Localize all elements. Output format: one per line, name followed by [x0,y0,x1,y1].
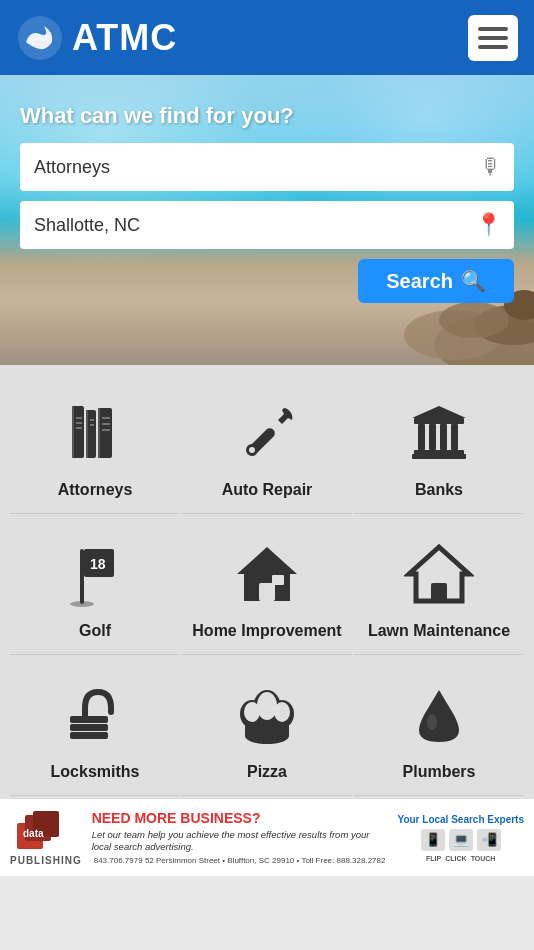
flip-label: FLIP [426,855,441,862]
plumbers-icon [399,675,479,755]
svg-text:18: 18 [90,556,106,572]
ad-publisher-text: PUBLISHING [10,855,82,866]
location-pin-icon[interactable]: 📍 [475,212,502,238]
svg-rect-29 [451,424,458,450]
banks-icon [399,393,479,473]
svg-rect-27 [429,424,436,450]
pizza-icon [227,675,307,755]
ad-address-text: 52 Persimmon Street • Bluffton, SC 29910… [145,856,386,865]
touch-label: TOUCH [471,855,496,862]
search-button-label: Search [386,270,453,293]
flip-phone-icon: 📱 [421,829,445,851]
home-improvement-label: Home Improvement [192,622,341,640]
svg-rect-7 [72,406,74,458]
golf-label: Golf [79,622,111,640]
menu-icon-line2 [478,36,508,40]
click-device-icon: 💻 [449,829,473,851]
pizza-label: Pizza [247,763,287,781]
ad-logo: data PUBLISHING [10,809,82,866]
svg-rect-26 [418,424,425,450]
hero-section: What can we find for you? 🎙 📍 Search 🔍 [0,75,534,365]
svg-rect-31 [80,549,84,604]
ad-device-icons: 📱 💻 📲 [421,829,501,851]
ad-banner: data PUBLISHING NEED MORE BUSINESS? Let … [0,796,534,876]
logo-area: ATMC [16,14,177,62]
category-golf[interactable]: 18 Golf [10,516,180,655]
ad-subtext: Let our team help you achieve the most e… [92,829,388,854]
svg-point-51 [427,714,437,730]
svg-rect-40 [70,716,108,723]
svg-text:data: data [23,828,44,839]
categories-section: Attorneys Auto Repair [0,365,534,796]
keyword-input[interactable] [20,143,514,191]
atmc-logo-icon [16,14,64,62]
search-magnifier-icon: 🔍 [461,269,486,293]
lawn-maintenance-icon [399,534,479,614]
svg-point-34 [70,601,94,607]
category-plumbers[interactable]: Plumbers [354,657,524,796]
svg-point-50 [274,702,290,722]
ad-address: 843.706.7979 52 Persimmon Street • Bluff… [92,856,388,865]
lawn-maintenance-label: Lawn Maintenance [368,622,510,640]
ad-headline: NEED MORE BUSINESS? [92,810,388,827]
category-auto-repair[interactable]: Auto Repair [182,375,352,514]
app-header: ATMC [0,0,534,75]
svg-rect-37 [272,575,284,585]
home-improvement-icon [227,534,307,614]
attorneys-label: Attorneys [58,481,133,499]
category-lawn-maintenance[interactable]: Lawn Maintenance [354,516,524,655]
menu-icon-line1 [478,27,508,31]
ad-tagline: Your Local Search Experts [397,814,524,825]
category-locksmiths[interactable]: Locksmiths [10,657,180,796]
banks-label: Banks [415,481,463,499]
search-button[interactable]: Search 🔍 [358,259,514,303]
svg-rect-36 [259,583,275,601]
golf-icon: 18 [55,534,135,614]
location-input[interactable] [20,201,514,249]
category-banks[interactable]: Banks [354,375,524,514]
attorneys-icon [55,393,135,473]
svg-rect-24 [414,418,464,424]
touch-device-icon: 📲 [477,829,501,851]
ad-sub-body: Let our team help you achieve the most e… [92,829,370,852]
svg-point-49 [257,692,277,720]
auto-repair-label: Auto Repair [222,481,313,499]
svg-rect-28 [440,424,447,450]
category-pizza[interactable]: Pizza [182,657,352,796]
click-label: CLICK [445,855,466,862]
svg-rect-9 [86,410,88,458]
ad-phone: 843.706.7979 [94,856,143,865]
svg-rect-41 [70,724,108,731]
locksmiths-icon [55,675,135,755]
category-attorneys[interactable]: Attorneys [10,375,180,514]
svg-rect-39 [431,583,447,601]
device-labels: FLIP CLICK TOUCH [426,855,495,862]
svg-rect-11 [98,408,100,458]
svg-marker-30 [412,406,466,418]
category-home-improvement[interactable]: Home Improvement [182,516,352,655]
svg-rect-25 [412,454,466,459]
menu-button[interactable] [468,15,518,61]
keyword-input-wrap: 🎙 [20,143,514,191]
ad-headline-text: NEED MORE BUSINESS? [92,810,261,826]
categories-grid: Attorneys Auto Repair [10,375,524,796]
locksmiths-label: Locksmiths [51,763,140,781]
ad-content: NEED MORE BUSINESS? Let our team help yo… [92,810,388,865]
menu-icon-line3 [478,45,508,49]
svg-rect-10 [98,408,112,458]
svg-rect-42 [70,732,108,739]
search-title: What can we find for you? [20,103,514,129]
microphone-icon[interactable]: 🎙 [480,154,502,180]
plumbers-label: Plumbers [403,763,476,781]
location-input-wrap: 📍 [20,201,514,249]
ad-right: Your Local Search Experts 📱 💻 📲 FLIP CLI… [397,814,524,862]
svg-point-22 [249,447,255,453]
logo-text: ATMC [72,17,177,59]
auto-repair-icon [227,393,307,473]
search-section: What can we find for you? 🎙 📍 Search 🔍 [0,75,534,319]
data-publishing-logo: data [15,809,77,853]
